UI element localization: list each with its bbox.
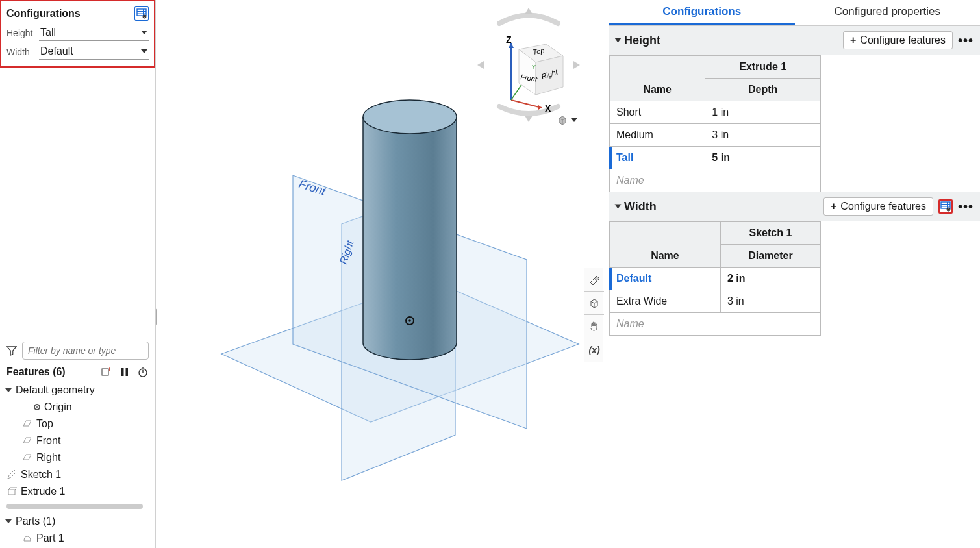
height-select[interactable]: Tall	[39, 25, 149, 41]
width-select[interactable]: Default	[39, 44, 149, 60]
configurations-title: Configurations	[6, 8, 81, 19]
plane-icon	[22, 436, 32, 446]
config-row-height: Height Tall	[6, 25, 149, 41]
svg-rect-9	[121, 368, 124, 376]
features-header: Features (6) +	[0, 364, 155, 380]
config-row-width: Width Default	[6, 44, 149, 60]
origin-icon	[34, 404, 40, 410]
svg-point-43	[363, 100, 457, 134]
section-header: Width+Configure features•••	[609, 192, 980, 221]
configurations-table-icon[interactable]	[938, 199, 953, 214]
top-plane-item[interactable]: Top	[0, 416, 155, 432]
svg-rect-0	[137, 9, 146, 16]
plane-icon	[22, 453, 32, 463]
svg-marker-21	[573, 61, 580, 69]
svg-rect-50	[941, 202, 950, 208]
table-row[interactable]: Extra Wide3 in	[610, 290, 821, 313]
table-row[interactable]: Medium3 in	[610, 124, 821, 147]
svg-text:Top: Top	[533, 47, 545, 56]
config-table: NameSketch 1DiameterDefault2 inExtra Wid…	[609, 221, 821, 336]
feature-tree: Default geometry Origin Top Front Right …	[0, 380, 155, 501]
col-name-header: Name	[610, 222, 721, 268]
front-plane-item[interactable]: Front	[0, 432, 155, 449]
pencil-icon	[6, 469, 17, 480]
configure-features-button[interactable]: +Configure features	[843, 31, 953, 49]
configurations-table-icon[interactable]	[134, 6, 149, 21]
chevron-down-icon	[141, 31, 147, 34]
svg-rect-14	[8, 490, 15, 495]
new-row-placeholder[interactable]: Name	[610, 169, 821, 192]
chevron-down-icon	[5, 388, 12, 392]
sketch-item[interactable]: Sketch 1	[0, 466, 155, 483]
plus-icon: +	[831, 201, 836, 212]
tool-variable-icon[interactable]: (x)	[584, 338, 604, 362]
svg-point-47	[408, 319, 411, 322]
table-row[interactable]: Short1 in	[610, 101, 821, 124]
configure-features-button[interactable]: +Configure features	[823, 197, 933, 216]
svg-point-56	[948, 209, 949, 210]
tree-scrollbar[interactable]	[6, 504, 143, 509]
filter-icon[interactable]	[6, 345, 17, 356]
config-table: NameExtrude 1DepthShort1 inMedium3 inTal…	[609, 55, 821, 192]
part-icon	[22, 533, 32, 543]
extrude-icon	[6, 486, 17, 497]
section-header: Height+Configure features•••	[609, 26, 980, 55]
section-title: Width	[624, 200, 657, 214]
tool-eraser-icon[interactable]	[584, 268, 604, 292]
parts-group[interactable]: Parts (1)	[0, 513, 155, 530]
col-group-header: Sketch 1	[720, 222, 820, 245]
pause-icon[interactable]	[119, 366, 131, 378]
extrude-item[interactable]: Extrude 1	[0, 483, 155, 500]
chevron-down-icon[interactable]	[615, 38, 622, 43]
svg-rect-10	[126, 368, 129, 376]
config-section: Height+Configure features•••NameExtrude …	[609, 26, 980, 192]
section-title: Height	[624, 34, 660, 47]
left-sidebar: Configurations Height Tall Width Default…	[0, 0, 156, 548]
svg-rect-42	[363, 117, 457, 343]
right-tabs: Configurations Configured properties	[609, 0, 980, 26]
plane-icon	[22, 419, 32, 429]
add-feature-icon[interactable]: +	[101, 366, 112, 378]
features-title: Features (6)	[6, 366, 66, 378]
origin-item[interactable]: Origin	[0, 399, 155, 416]
tab-configured-properties[interactable]: Configured properties	[795, 0, 981, 25]
feature-filter-row	[0, 338, 155, 364]
config-section: Width+Configure features•••NameSketch 1D…	[609, 192, 980, 336]
col-name-header: Name	[610, 56, 705, 101]
more-menu-icon[interactable]: •••	[958, 199, 974, 214]
part-item[interactable]: Part 1	[0, 530, 155, 547]
chevron-down-icon	[141, 49, 147, 53]
height-label: Height	[6, 28, 35, 38]
table-row[interactable]: Tall5 in	[610, 147, 821, 169]
svg-text:Z: Z	[506, 34, 512, 45]
tool-hand-icon[interactable]	[584, 315, 604, 338]
tool-box-icon[interactable]	[584, 292, 604, 315]
new-row-placeholder[interactable]: Name	[610, 313, 821, 336]
3d-scene: Front Right	[195, 84, 598, 500]
chevron-down-icon	[5, 519, 12, 523]
geometry-group[interactable]: Default geometry	[0, 382, 155, 399]
col-value-header: Depth	[705, 79, 821, 101]
right-plane-item[interactable]: Right	[0, 449, 155, 466]
svg-marker-18	[525, 8, 533, 14]
configurations-panel: Configurations Configured properties Hei…	[609, 0, 980, 548]
width-label: Width	[6, 47, 35, 57]
chevron-down-icon[interactable]	[615, 205, 622, 209]
stopwatch-icon[interactable]	[137, 366, 149, 378]
viewport-toolbox: (x)	[584, 268, 603, 362]
configurations-selector-box: Configurations Height Tall Width Default	[0, 0, 155, 68]
more-menu-icon[interactable]: •••	[958, 33, 974, 48]
svg-point-6	[144, 16, 145, 18]
filter-input[interactable]	[22, 342, 149, 360]
col-value-header: Diameter	[720, 245, 820, 268]
svg-marker-20	[477, 61, 484, 69]
plus-icon: +	[850, 34, 856, 46]
tab-configurations[interactable]: Configurations	[609, 0, 795, 25]
col-group-header: Extrude 1	[705, 56, 821, 79]
svg-text:+: +	[108, 366, 111, 373]
svg-text:Y: Y	[532, 64, 536, 70]
table-row[interactable]: Default2 in	[610, 268, 821, 290]
